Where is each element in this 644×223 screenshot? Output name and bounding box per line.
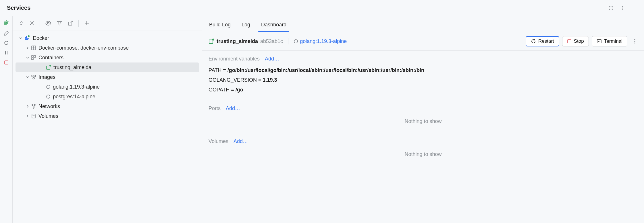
filter-icon[interactable] — [57, 20, 62, 26]
tree-node-image-golang[interactable]: golang:1.19.3-alpine — [13, 82, 202, 92]
action-buttons: Restart Stop Terminal — [526, 36, 638, 46]
stop-icon[interactable] — [3, 60, 9, 65]
env-value: /go — [236, 87, 243, 93]
section-header: Ports Add… — [209, 105, 638, 112]
chevron-down-icon[interactable] — [25, 56, 30, 59]
tree-label: Docker — [33, 35, 49, 41]
svg-rect-13 — [5, 61, 8, 64]
svg-rect-18 — [68, 22, 72, 25]
tab-build-log[interactable]: Build Log — [209, 19, 231, 32]
empty-state: Nothing to show — [209, 148, 638, 161]
add-port-link[interactable]: Add… — [226, 105, 240, 112]
svg-rect-45 — [209, 40, 213, 44]
terminal-button[interactable]: Terminal — [592, 36, 627, 46]
divider — [40, 20, 40, 27]
image-icon — [46, 94, 51, 99]
add-volume-link[interactable]: Add… — [234, 138, 248, 144]
panel-title: Services — [7, 5, 30, 11]
tree-label: Images — [38, 74, 55, 80]
env-key: GOPATH — [209, 87, 230, 93]
tree-node-volumes[interactable]: Volumes — [13, 111, 202, 121]
export-icon[interactable] — [68, 20, 73, 26]
env-var-row: PATH = /go/bin:/usr/local/go/bin:/usr/lo… — [209, 65, 638, 75]
run-to-icon[interactable] — [3, 20, 9, 26]
section-header: Volumes Add… — [209, 138, 638, 144]
svg-point-35 — [34, 75, 36, 77]
tree-node-docker[interactable]: Docker — [13, 33, 202, 43]
tree-label: postgres:14-alpine — [53, 94, 95, 100]
svg-point-33 — [49, 65, 51, 66]
svg-line-19 — [71, 21, 72, 23]
close-icon[interactable] — [29, 21, 34, 26]
expand-collapse-icon[interactable] — [18, 20, 24, 26]
pause-icon[interactable] — [3, 50, 9, 56]
tree-node-compose[interactable]: Docker-compose: docker-env-compose — [13, 43, 202, 53]
chevron-down-icon[interactable] — [18, 36, 23, 40]
svg-rect-29 — [32, 56, 33, 57]
tree-label: trusting_almeida — [53, 64, 91, 71]
tree-label: Networks — [38, 103, 60, 109]
terminal-icon — [597, 39, 602, 44]
svg-point-46 — [212, 39, 214, 41]
svg-point-38 — [47, 95, 50, 98]
svg-point-36 — [33, 77, 34, 79]
divider — [288, 38, 288, 44]
tree-node-image-postgres[interactable]: postgres:14-alpine — [13, 92, 202, 101]
svg-point-22 — [28, 35, 30, 37]
container-running-icon — [46, 65, 51, 70]
tree-node-containers[interactable]: Containers — [13, 53, 202, 62]
edit-icon[interactable] — [3, 30, 9, 36]
svg-rect-30 — [34, 56, 36, 57]
tree-toolbar — [13, 16, 202, 30]
container-id: ab53ab1c — [260, 38, 283, 44]
main: Docker Docker-compose: docker-env-compos… — [0, 16, 644, 223]
refresh-icon[interactable] — [3, 40, 9, 46]
svg-line-43 — [34, 105, 35, 107]
button-label: Stop — [574, 38, 584, 44]
chevron-down-icon[interactable] — [25, 75, 30, 79]
svg-point-47 — [294, 40, 298, 43]
tree-label: Docker-compose: docker-env-compose — [38, 45, 129, 51]
button-label: Restart — [538, 38, 554, 44]
tree-node-images[interactable]: Images — [13, 72, 202, 82]
svg-line-42 — [32, 105, 34, 107]
tree-label: golang:1.19.3-alpine — [53, 84, 100, 90]
container-bar: trusting_almeida ab53ab1c golang:1.19.3-… — [202, 32, 644, 51]
tree-node-networks[interactable]: Networks — [13, 101, 202, 111]
minimize-icon[interactable] — [631, 5, 637, 11]
chevron-right-icon[interactable] — [25, 105, 30, 108]
target-icon[interactable] — [608, 5, 614, 11]
svg-rect-48 — [568, 40, 571, 43]
svg-rect-23 — [25, 37, 26, 38]
add-env-link[interactable]: Add… — [265, 56, 279, 62]
tab-dashboard[interactable]: Dashboard — [261, 19, 287, 32]
tab-log[interactable]: Log — [241, 19, 251, 32]
stop-button[interactable]: Stop — [562, 36, 589, 46]
svg-point-39 — [32, 104, 33, 105]
button-label: Terminal — [604, 38, 622, 44]
chevron-right-icon[interactable] — [25, 114, 30, 118]
chevron-right-icon[interactable] — [25, 46, 30, 50]
tree-node-trusting-almeida[interactable]: trusting_almeida — [16, 62, 199, 72]
restart-button[interactable]: Restart — [526, 36, 559, 46]
compose-icon — [31, 45, 36, 50]
add-icon[interactable] — [84, 20, 90, 26]
image-link[interactable]: golang:1.19.3-alpine — [294, 38, 347, 44]
svg-point-51 — [634, 39, 635, 40]
networks-icon — [31, 104, 36, 109]
more-vert-icon[interactable] — [620, 5, 626, 11]
more-vert-icon[interactable] — [632, 38, 638, 44]
minimize-rail-icon[interactable] — [3, 71, 9, 77]
env-var-row: GOPATH = /go — [209, 85, 638, 95]
empty-state: Nothing to show — [209, 115, 638, 128]
svg-point-5 — [622, 6, 623, 7]
svg-point-53 — [634, 42, 635, 43]
stop-icon — [567, 39, 572, 44]
tabs: Build Log Log Dashboard — [202, 16, 644, 32]
header: Services — [0, 0, 644, 16]
svg-point-44 — [32, 114, 35, 115]
svg-rect-24 — [26, 37, 27, 38]
svg-rect-49 — [597, 40, 601, 43]
svg-point-7 — [622, 9, 623, 10]
eye-icon[interactable] — [45, 20, 51, 26]
